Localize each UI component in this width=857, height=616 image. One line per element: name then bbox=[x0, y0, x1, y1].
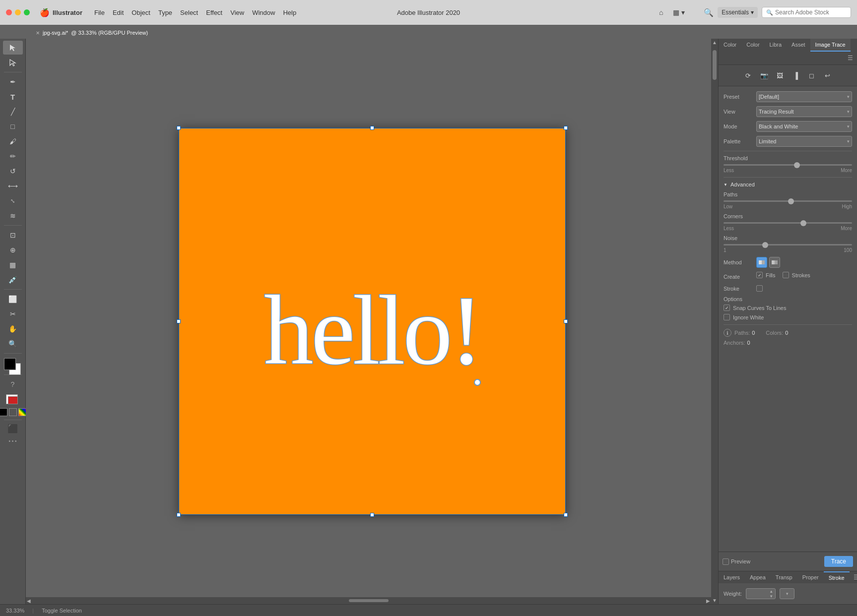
fill-box[interactable] bbox=[0, 408, 7, 416]
weight-stepper[interactable]: ▲ ▼ bbox=[769, 589, 773, 599]
noise-slider-track[interactable] bbox=[724, 244, 852, 246]
tab-layers[interactable]: Layers bbox=[719, 572, 745, 583]
vertical-scrollbar[interactable]: ▲ ▼ bbox=[711, 39, 718, 604]
auto-trace-icon[interactable]: ⟳ bbox=[742, 69, 755, 82]
handle-ml[interactable] bbox=[177, 319, 181, 323]
mode-dropdown[interactable]: Black and White ▾ bbox=[756, 121, 852, 132]
handle-bl[interactable] bbox=[177, 513, 181, 517]
color-mode-icon[interactable]: 📷 bbox=[758, 69, 771, 82]
reflect-tool[interactable]: ⟷ bbox=[3, 179, 23, 193]
trace-button[interactable]: Trace bbox=[824, 556, 853, 567]
paintbrush-tool[interactable]: 🖌 bbox=[3, 134, 23, 148]
bw-icon[interactable]: ▐ bbox=[790, 69, 802, 82]
slice-tool[interactable]: ✂ bbox=[3, 307, 23, 321]
type-tool[interactable]: T bbox=[3, 90, 23, 104]
ignore-white-checkbox[interactable] bbox=[724, 314, 730, 320]
weight-dropdown[interactable]: ▾ bbox=[780, 588, 794, 599]
pencil-tool[interactable]: ✏ bbox=[3, 149, 23, 163]
menu-effect[interactable]: Effect bbox=[202, 7, 226, 18]
menu-view[interactable]: View bbox=[226, 7, 248, 18]
method-btn-overlapping[interactable] bbox=[769, 257, 780, 268]
free-transform-tool[interactable]: ⊡ bbox=[3, 228, 23, 242]
threshold-slider-track[interactable] bbox=[724, 164, 852, 166]
horizontal-scrollbar[interactable]: ◀ ▶ bbox=[26, 597, 711, 604]
handle-tr[interactable] bbox=[564, 126, 568, 130]
palette-dropdown[interactable]: Limited ▾ bbox=[756, 136, 852, 147]
view-dropdown[interactable]: Tracing Result ▾ bbox=[756, 106, 852, 117]
noise-thumb[interactable] bbox=[762, 242, 768, 248]
zoom-tool[interactable]: 🔍 bbox=[3, 337, 23, 351]
scroll-left-arrow[interactable]: ◀ bbox=[27, 598, 31, 604]
stock-search-input[interactable] bbox=[775, 9, 847, 16]
gradient-tool[interactable]: ▦ bbox=[3, 258, 23, 272]
menu-file[interactable]: File bbox=[90, 7, 109, 18]
eyedropper-tool[interactable]: 💉 bbox=[3, 273, 23, 287]
paths-slider-track[interactable] bbox=[724, 200, 852, 202]
color-selector[interactable] bbox=[4, 358, 22, 370]
corners-thumb[interactable] bbox=[800, 220, 806, 226]
scroll-thumb-h[interactable] bbox=[349, 599, 389, 602]
outlined-icon[interactable]: ◻ bbox=[805, 69, 818, 82]
selection-tool[interactable] bbox=[3, 41, 23, 55]
scroll-thumb-v[interactable] bbox=[713, 50, 717, 80]
workspace-switcher[interactable]: ▦ ▾ bbox=[672, 5, 686, 19]
gradient-box[interactable] bbox=[18, 408, 26, 416]
paths-thumb[interactable] bbox=[788, 198, 794, 204]
rotate-tool[interactable]: ↺ bbox=[3, 164, 23, 178]
scroll-up-arrow[interactable]: ▲ bbox=[712, 40, 717, 45]
home-button[interactable]: ⌂ bbox=[654, 5, 668, 19]
handle-br[interactable] bbox=[564, 513, 568, 517]
direct-selection-tool[interactable] bbox=[3, 56, 23, 69]
menu-select[interactable]: Select bbox=[176, 7, 202, 18]
minimize-button[interactable] bbox=[15, 9, 21, 15]
panel-menu-icon[interactable]: ☰ bbox=[844, 52, 857, 64]
tab-color-1[interactable]: Color bbox=[719, 39, 741, 52]
swatch-area[interactable] bbox=[4, 392, 22, 406]
menu-window[interactable]: Window bbox=[248, 7, 279, 18]
line-tool[interactable]: ╱ bbox=[3, 105, 23, 119]
weight-input[interactable]: ▲ ▼ bbox=[746, 588, 776, 599]
tab-color-2[interactable]: Color bbox=[741, 39, 764, 52]
shape-builder-tool[interactable]: ⊕ bbox=[3, 243, 23, 257]
tab-libra[interactable]: Libra bbox=[765, 39, 787, 52]
tab-transparency[interactable]: Transp bbox=[771, 572, 797, 583]
stock-search-box[interactable]: 🔍 bbox=[762, 7, 851, 18]
reset-icon[interactable]: ↩ bbox=[821, 69, 834, 82]
canvas-area[interactable]: hello! ▲ ▼ ◀ ▶ bbox=[26, 39, 718, 604]
handle-tl[interactable] bbox=[177, 126, 181, 130]
menu-edit[interactable]: Edit bbox=[109, 7, 128, 18]
handle-mr[interactable] bbox=[564, 319, 568, 323]
menu-type[interactable]: Type bbox=[154, 7, 176, 18]
bottom-panel-menu[interactable]: ☰ bbox=[850, 571, 857, 583]
menu-help[interactable]: Help bbox=[279, 7, 300, 18]
essentials-button[interactable]: Essentials ▾ bbox=[718, 7, 758, 18]
snap-checkbox[interactable] bbox=[724, 305, 730, 311]
tab-close-icon[interactable]: ✕ bbox=[36, 30, 40, 36]
warp-tool[interactable]: ≋ bbox=[3, 209, 23, 223]
tab-appearance[interactable]: Appea bbox=[745, 572, 771, 583]
scroll-right-arrow[interactable]: ▶ bbox=[706, 598, 710, 604]
strokes-checkbox[interactable] bbox=[783, 272, 789, 278]
method-btn-abutting[interactable] bbox=[756, 257, 767, 268]
draw-mode-btn[interactable]: ⬛ bbox=[7, 424, 18, 434]
foreground-color[interactable] bbox=[4, 358, 16, 370]
hand-tool[interactable]: ✋ bbox=[3, 322, 23, 336]
close-button[interactable] bbox=[6, 9, 12, 15]
threshold-thumb[interactable] bbox=[794, 162, 800, 168]
handle-tc[interactable] bbox=[370, 126, 374, 130]
stroke-box[interactable] bbox=[9, 408, 17, 416]
advanced-header[interactable]: ▼ Advanced bbox=[724, 182, 852, 187]
pen-tool[interactable]: ✒ bbox=[3, 75, 23, 89]
handle-bc[interactable] bbox=[370, 513, 374, 517]
tab-image-trace[interactable]: Image Trace bbox=[810, 39, 851, 52]
tab-stroke[interactable]: Stroke bbox=[824, 571, 850, 583]
artboard-tool[interactable]: ⬜ bbox=[3, 292, 23, 306]
fills-checkbox[interactable] bbox=[756, 272, 763, 278]
maximize-button[interactable] bbox=[24, 9, 30, 15]
menu-object[interactable]: Object bbox=[128, 7, 154, 18]
info-icon[interactable]: ℹ bbox=[724, 329, 731, 337]
document-tab[interactable]: ✕ jpg-svg.ai* @ 33.33% (RGB/GPU Preview) bbox=[30, 27, 154, 39]
rectangle-tool[interactable]: □ bbox=[3, 120, 23, 133]
preset-dropdown[interactable]: [Default] ▾ bbox=[756, 91, 852, 102]
weight-down[interactable]: ▼ bbox=[769, 594, 773, 599]
